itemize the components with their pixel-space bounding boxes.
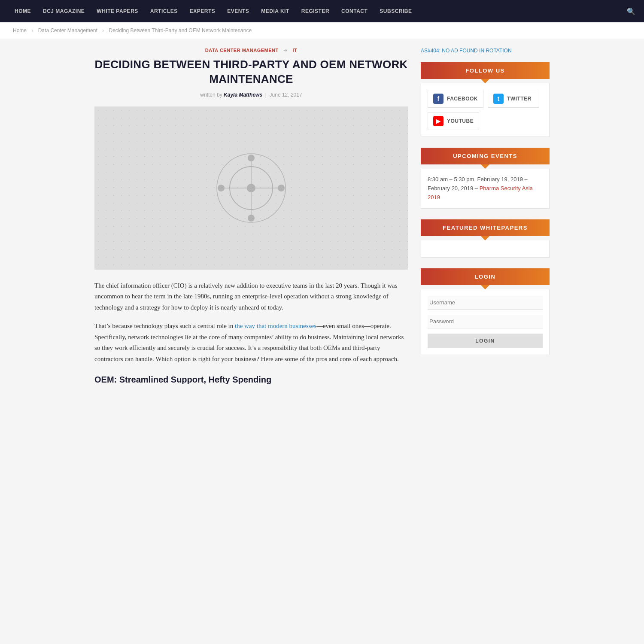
nav-media-kit[interactable]: MEDIA KIT xyxy=(255,0,295,22)
twitter-button[interactable]: t TWITTER xyxy=(488,90,539,108)
written-by-label: written by xyxy=(200,92,222,98)
nav-experts[interactable]: EXPERTS xyxy=(184,0,222,22)
youtube-label: YOUTUBE xyxy=(447,118,474,124)
follow-us-header: FOLLOW US xyxy=(421,62,550,79)
follow-us-widget: FOLLOW US f FACEBOOK t TWITTER ▶ YOUTUBE xyxy=(421,62,550,137)
upcoming-events-arrow xyxy=(481,164,489,169)
upcoming-events-header: UPCOMING EVENTS xyxy=(421,148,550,164)
p2-before-link: That’s because technology plays such a c… xyxy=(94,322,235,329)
breadcrumb: Home › Data Center Management › Deciding… xyxy=(0,22,644,39)
twitter-label: TWITTER xyxy=(507,96,532,102)
ad-notice: AS#404: NO AD FOUND IN ROTATION xyxy=(421,48,550,54)
breadcrumb-current: Deciding Between Third-Party and OEM Net… xyxy=(109,27,252,33)
login-button[interactable]: LOGIN xyxy=(428,334,543,348)
youtube-button[interactable]: ▶ YOUTUBE xyxy=(428,112,479,130)
author-name: Kayla Matthews xyxy=(224,92,262,98)
nav-dcj-magazine[interactable]: DCJ MAGAZINE xyxy=(37,0,91,22)
p2-link[interactable]: the way that modern businesses xyxy=(235,322,316,329)
tag-separator: ➜ xyxy=(283,48,288,53)
login-header: LOGIN xyxy=(421,268,550,285)
featured-whitepapers-header: FEATURED WHITEPAPERS xyxy=(421,219,550,236)
follow-us-arrow xyxy=(481,79,489,83)
social-buttons: f FACEBOOK t TWITTER ▶ YOUTUBE xyxy=(421,83,550,137)
article-meta: written by Kayla Matthews | June 12, 201… xyxy=(94,92,408,98)
password-input[interactable] xyxy=(428,315,543,328)
featured-whitepapers-title: FEATURED WHITEPAPERS xyxy=(428,225,543,231)
twitter-icon: t xyxy=(493,94,504,104)
main-content: DATA CENTER MANAGEMENT ➜ IT DECIDING BET… xyxy=(94,48,408,391)
breadcrumb-sep-1: › xyxy=(31,27,33,33)
login-title: LOGIN xyxy=(428,273,543,280)
article-paragraph-1: The chief information officer (CIO) is a… xyxy=(94,280,408,313)
follow-us-title: FOLLOW US xyxy=(428,67,543,74)
username-input[interactable] xyxy=(428,296,543,310)
search-icon[interactable]: 🔍 xyxy=(627,7,635,15)
nav-subscribe[interactable]: SUBSCRIBE xyxy=(374,0,418,22)
article-image xyxy=(94,106,408,270)
svg-point-6 xyxy=(247,184,255,192)
nav-home[interactable]: HOME xyxy=(9,0,37,22)
sidebar: AS#404: NO AD FOUND IN ROTATION FOLLOW U… xyxy=(421,48,550,391)
page-wrapper: DATA CENTER MANAGEMENT ➜ IT DECIDING BET… xyxy=(86,39,558,400)
upcoming-events-widget: UPCOMING EVENTS 8:30 am – 5:30 pm, Febru… xyxy=(421,148,550,209)
breadcrumb-data-center[interactable]: Data Center Management xyxy=(38,27,97,33)
featured-body xyxy=(421,240,550,258)
upcoming-events-title: UPCOMING EVENTS xyxy=(428,153,543,159)
meta-divider: | xyxy=(264,92,269,98)
article-subheading: OEM: Streamlined Support, Hefty Spending xyxy=(94,372,408,387)
network-svg xyxy=(208,145,294,231)
nav-contact[interactable]: CONTACT xyxy=(335,0,374,22)
facebook-label: FACEBOOK xyxy=(447,96,478,102)
nav-links: HOME DCJ MAGAZINE WHITE PAPERS ARTICLES … xyxy=(9,0,418,22)
facebook-button[interactable]: f FACEBOOK xyxy=(428,90,483,108)
main-nav: HOME DCJ MAGAZINE WHITE PAPERS ARTICLES … xyxy=(0,0,644,22)
image-center xyxy=(94,106,408,270)
login-widget: LOGIN LOGIN xyxy=(421,268,550,355)
article-body: The chief information officer (CIO) is a… xyxy=(94,280,408,387)
breadcrumb-home[interactable]: Home xyxy=(13,27,27,33)
article-title: DECIDING BETWEEN THIRD-PARTY AND OEM NET… xyxy=(94,58,408,87)
article-date: June 12, 2017 xyxy=(270,92,302,98)
featured-whitepapers-widget: FEATURED WHITEPAPERS xyxy=(421,219,550,258)
nav-white-papers[interactable]: WHITE PAPERS xyxy=(91,0,144,22)
nav-events[interactable]: EVENTS xyxy=(221,0,255,22)
events-body: 8:30 am – 5:30 pm, February 19, 2019 – F… xyxy=(421,169,550,209)
tag-data-center-management[interactable]: DATA CENTER MANAGEMENT xyxy=(205,48,279,53)
article-paragraph-2: That’s because technology plays such a c… xyxy=(94,321,408,365)
login-body: LOGIN xyxy=(421,289,550,355)
youtube-icon: ▶ xyxy=(433,116,444,126)
nav-register[interactable]: REGISTER xyxy=(295,0,335,22)
featured-whitepapers-arrow xyxy=(481,236,489,240)
breadcrumb-sep-2: › xyxy=(102,27,104,33)
login-arrow xyxy=(481,285,489,289)
article-tags: DATA CENTER MANAGEMENT ➜ IT xyxy=(94,48,408,53)
nav-articles[interactable]: ARTICLES xyxy=(144,0,184,22)
facebook-icon: f xyxy=(433,94,444,104)
tag-it[interactable]: IT xyxy=(292,48,297,53)
